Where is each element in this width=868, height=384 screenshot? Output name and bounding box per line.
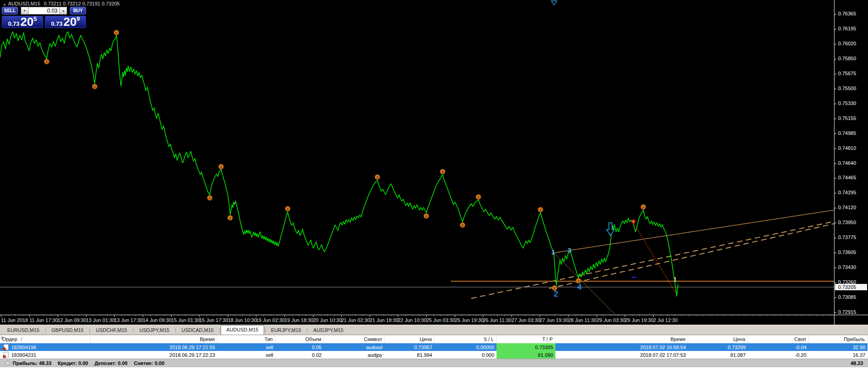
- volume-increase-button[interactable]: ▲: [59, 7, 67, 14]
- trendline-fan-down[interactable]: [554, 253, 616, 315]
- order-cell-1: 2018.06.29 17:21:55: [91, 343, 217, 351]
- time-minor-tick: [717, 315, 718, 316]
- orders-header-7[interactable]: T / P: [497, 335, 555, 343]
- chart-tab-USDCAD[interactable]: USDCAD,M15: [176, 326, 219, 335]
- time-axis-label: 15 Jun 17:30: [199, 317, 228, 323]
- buy-button[interactable]: BUY: [70, 7, 86, 14]
- time-minor-tick: [639, 315, 640, 316]
- time-minor-tick: [129, 315, 129, 316]
- collapse-triangle-icon[interactable]: ▲: [3, 2, 6, 6]
- chart-shift-triangle-icon[interactable]: [551, 1, 557, 5]
- time-minor-tick: [589, 315, 590, 316]
- time-minor-tick: [760, 315, 760, 316]
- time-tick: [1, 315, 1, 317]
- price-tick: [834, 178, 836, 178]
- orders-header-0[interactable]: Ордер/: [0, 335, 91, 343]
- sell-quote-panel[interactable]: 0.73 20 5: [2, 16, 43, 28]
- time-tick: [29, 315, 30, 317]
- time-axis-label: 25 Jun 03:30: [426, 317, 455, 323]
- buy-price-pip: 9: [77, 16, 80, 22]
- order-row[interactable]: 1839042312018.06.29 17:22:23sell0.02audj…: [0, 351, 868, 359]
- price-tick: [834, 283, 836, 283]
- wave-count-label: 1: [551, 248, 555, 256]
- header-label: S / L: [483, 336, 494, 342]
- time-tick: [426, 315, 427, 317]
- signal-marker-number: 2: [376, 175, 379, 179]
- order-cell-value: sell: [265, 352, 273, 358]
- trendline-solid[interactable]: [552, 210, 834, 253]
- signal-marker-number: 2: [287, 207, 289, 211]
- time-minor-tick: [823, 315, 824, 316]
- chart-tab-EURJPY[interactable]: EURJPY,M15: [265, 326, 306, 335]
- order-cell-value: 81.090: [538, 352, 553, 358]
- orders-header-1[interactable]: Время: [91, 335, 217, 343]
- time-axis-label: 21 Jun 02:30: [341, 317, 370, 323]
- chart-tab-USDCHF[interactable]: USDCHF,M15: [91, 326, 133, 335]
- order-cell-11: 32.90: [809, 343, 868, 351]
- orders-header-3[interactable]: Объем: [275, 335, 324, 343]
- time-minor-tick: [277, 315, 278, 316]
- trendline-dashed-mid[interactable]: [549, 224, 834, 288]
- summary-item: Снятие: 0.00: [134, 360, 164, 366]
- chart-area[interactable]: 222222222222222212341 ▲AUDUSD,M150.73211…: [0, 0, 834, 315]
- volume-decrease-button[interactable]: ▼: [21, 7, 29, 14]
- signal-marker-number: 2: [209, 196, 211, 200]
- summary-item: Депозит: 0.00: [94, 360, 127, 366]
- volume-input[interactable]: [29, 7, 59, 14]
- summary-items: Прибыль: 48.33Кредит: 0.00Депозит: 0.00С…: [13, 360, 171, 366]
- header-label: Цена: [420, 336, 432, 342]
- chart-tab-EURUSD[interactable]: EURUSD,M15: [2, 326, 45, 335]
- chart-tab-AUDJPY[interactable]: AUDJPY,M15: [308, 326, 349, 335]
- orders-header-11[interactable]: Прибыль: [809, 335, 868, 343]
- orders-header-row: Ордер/ВремяТипОбъемСимволЦенаS / LT / PВ…: [0, 335, 868, 343]
- time-minor-tick: [724, 315, 724, 316]
- order-cell-value: 183904196: [11, 345, 36, 350]
- chart-tab-AUDUSD[interactable]: AUDUSD,M15: [221, 325, 265, 335]
- header-label: Прибыль: [844, 336, 865, 342]
- orders-header-4[interactable]: Символ: [324, 335, 385, 343]
- order-cell-2: sell: [217, 343, 275, 351]
- price-tick: [834, 74, 836, 74]
- time-axis[interactable]: 11 Jun 201811 Jun 17:3012 Jun 09:3013 Ju…: [0, 315, 834, 325]
- time-minor-tick: [434, 315, 434, 316]
- time-minor-tick: [675, 315, 675, 316]
- chart-tab-USDJPY[interactable]: USDJPY,M15: [134, 326, 174, 335]
- wave-count-label: 2: [554, 289, 558, 298]
- time-tick: [313, 315, 313, 317]
- order-cell-value: 81.994: [417, 352, 432, 358]
- price-line-series: [0, 32, 678, 296]
- time-minor-tick: [150, 315, 150, 316]
- time-axis-label: 15 Jun 01:30: [171, 317, 200, 323]
- time-tick: [86, 315, 87, 317]
- orders-header-9[interactable]: Цена: [688, 335, 748, 343]
- order-cell-value: 2018.07.02 16:58:54: [640, 345, 686, 350]
- chart-tab-GBPUSD[interactable]: GBPUSD,M15: [46, 326, 89, 335]
- order-cell-0: 183904231: [0, 351, 91, 359]
- summary-total-profit: 48.33: [850, 360, 863, 366]
- buy-quote-panel[interactable]: 0.73 20 9: [45, 16, 86, 28]
- red-dotted-line[interactable]: [634, 223, 677, 295]
- summary-status-icon: [5, 361, 10, 365]
- time-axis-label: 2 Jul 12:30: [653, 317, 678, 323]
- terminal-close-button[interactable]: x: [1, 336, 3, 340]
- order-row[interactable]: 1839041962018.06.29 17:21:55sell0.05audu…: [0, 343, 868, 351]
- order-document-icon: [4, 352, 9, 358]
- time-minor-tick: [462, 315, 462, 316]
- orders-header-6[interactable]: S / L: [434, 335, 497, 343]
- time-minor-tick: [249, 315, 250, 316]
- price-tick: [834, 223, 836, 223]
- sell-button[interactable]: SELL: [2, 7, 18, 14]
- time-minor-tick: [660, 315, 661, 316]
- time-minor-tick: [809, 315, 810, 316]
- time-minor-tick: [213, 315, 214, 316]
- orders-header-5[interactable]: Цена: [385, 335, 434, 343]
- time-minor-tick: [292, 315, 292, 316]
- order-cell-value: 0.73305: [535, 345, 553, 350]
- time-tick: [341, 315, 342, 317]
- price-scale-label: 0.75675: [838, 71, 856, 76]
- orders-header-10[interactable]: Своп: [748, 335, 809, 343]
- price-scale[interactable]: 0.763650.761950.760200.758500.756750.755…: [834, 0, 868, 325]
- orders-header-8[interactable]: Время: [555, 335, 688, 343]
- orders-header-2[interactable]: Тип: [217, 335, 275, 343]
- price-tick: [834, 29, 836, 29]
